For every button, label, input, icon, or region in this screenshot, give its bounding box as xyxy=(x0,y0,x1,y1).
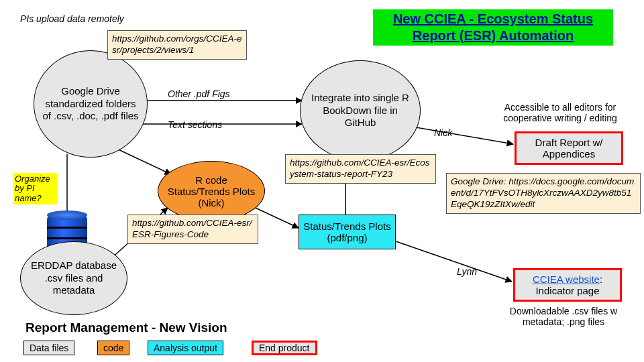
legend-end: End product xyxy=(252,341,317,355)
projects-url-box: https://github.com/orgs/CCIEA-esr/projec… xyxy=(107,30,247,60)
section-title: Report Management - New Vision xyxy=(25,320,227,335)
gdoc-url-box: Google Drive: https://docs.google.com/do… xyxy=(446,173,641,214)
draft-report-label: Draft Report w/ Appendices xyxy=(519,137,619,160)
erddap-label: ERDDAP database .csv files and metadata xyxy=(28,259,120,297)
svg-line-2 xyxy=(114,147,171,174)
website-link[interactable]: CCIEA website xyxy=(533,274,600,285)
esr-repo-box: https://github.com/CCIEA-esr/Ecosystem-s… xyxy=(285,154,436,184)
erddap-node: ERDDAP database .csv files and metadata xyxy=(20,241,127,315)
rcode-node: R code Status/Trends Plots (Nick) xyxy=(158,161,265,221)
website-label: CCIEA website: Indicator page xyxy=(518,274,617,296)
svg-line-6 xyxy=(416,127,513,144)
fig-repo-box: https://github.com/CCIEA-esr/ESR-Figures… xyxy=(127,215,258,244)
svg-line-7 xyxy=(396,241,512,282)
legend-code: code xyxy=(97,341,129,355)
integrate-node: Integrate into single R BookDown file in… xyxy=(300,60,421,161)
draft-report-box: Draft Report w/ Appendices xyxy=(515,131,623,165)
legend-data: Data files xyxy=(23,341,74,355)
rcode-label: R code Status/Trends Plots (Nick) xyxy=(165,174,258,208)
plots-label: Status/Trends Plots (pdf/png) xyxy=(302,221,392,243)
gdrive-node: Google Drive standardized folders of .cs… xyxy=(34,50,148,158)
pis-upload-note: PIs upload data remotely xyxy=(20,13,124,24)
sticky-organize: Organize by PI name? xyxy=(13,173,58,204)
legend-analysis: Analysis output xyxy=(148,341,223,355)
edge-nick: Nick xyxy=(434,127,452,138)
title-banner: New CCIEA - Ecosystem Status Report (ESR… xyxy=(373,9,613,46)
edge-lynn: Lynn xyxy=(457,266,477,277)
website-box[interactable]: CCIEA website: Indicator page xyxy=(513,268,622,302)
edge-text-sections: Text sections xyxy=(168,119,222,130)
edge-other-pdf: Other .pdf Figs xyxy=(168,88,230,99)
gdrive-label: Google Drive standardized folders of .cs… xyxy=(41,85,140,123)
editors-caption: Accessible to all editors for cooperativ… xyxy=(490,102,631,123)
plots-node: Status/Trends Plots (pdf/png) xyxy=(299,215,396,249)
integrate-label: Integrate into single R BookDown file in… xyxy=(307,92,413,129)
downloads-caption: Downloadable .csv files w metadata; .png… xyxy=(493,306,634,327)
